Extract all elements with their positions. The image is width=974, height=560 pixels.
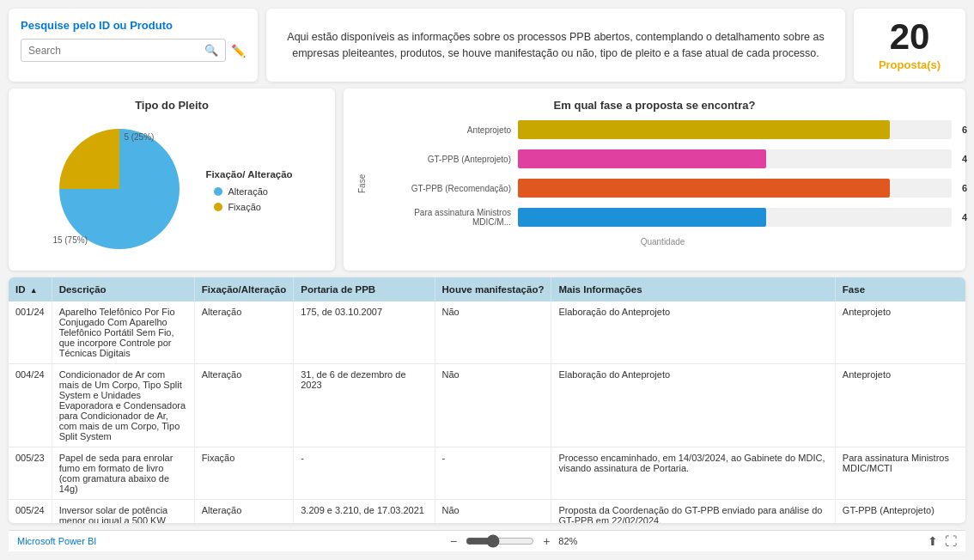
table-cell: Processo encaminhado, em 14/03/2024, ao … (551, 447, 835, 500)
table-cell: Anteprojeto (835, 301, 965, 364)
table-cell: - (435, 447, 551, 500)
data-table: ID ▲ Descrição Fixação/Alteração Portari… (9, 277, 965, 523)
search-input-wrapper[interactable]: 🔍 (21, 39, 226, 62)
table-cell: Elaboração do Anteprojeto (551, 301, 835, 364)
search-input[interactable] (28, 45, 204, 57)
table-cell: Inversor solar de potência menor ou igua… (52, 500, 194, 524)
legend-dot-fixacao (214, 203, 222, 211)
legend-dot-alteracao (214, 187, 222, 196)
table-cell: Não (435, 301, 551, 364)
table-cell: 005/23 (9, 447, 52, 500)
pie-legend: Alteração Fixação (214, 186, 292, 212)
bar-fill-3: 6 (518, 179, 890, 198)
bar-value-3: 6 (962, 183, 967, 193)
description-text: Aqui estão disponíveis as informações so… (283, 29, 828, 62)
col-header-manifestacao: Houve manifestação? (435, 277, 551, 301)
col-header-mais-info: Mais Informações (551, 277, 835, 301)
bar-row-assinatura: Para assinatura Ministros MDIC/M... 4 (374, 208, 952, 227)
bar-fill-1: 6 (518, 120, 890, 139)
zoom-controls: − + 82% (447, 534, 577, 548)
col-header-fase: Fase (835, 277, 965, 301)
bar-chart-panel: Em qual fase a proposta se encontra? Fas… (344, 88, 965, 271)
fullscreen-icon[interactable]: ⛶ (945, 534, 957, 548)
table-cell: Proposta da Coordenação do GT-PPB enviad… (551, 500, 835, 524)
table-cell: Para assinatura Ministros MDIC/MCTI (835, 447, 965, 500)
table-cell: Elaboração do Anteprojeto (551, 364, 835, 447)
legend-label-fixacao: Fixação (228, 202, 261, 212)
table-cell: Não (435, 364, 551, 447)
bar-row-gtppb-rec: GT-PPB (Recomendação) 6 (374, 179, 952, 198)
bar-fill-2: 4 (518, 149, 766, 168)
bar-value-4: 4 (962, 212, 967, 222)
table-row[interactable]: 005/24Inversor solar de potência menor o… (9, 500, 965, 524)
table-cell: Alteração (194, 500, 293, 524)
bar-y-axis-label: Fase (357, 120, 367, 247)
bar-track-4: 4 (518, 208, 952, 227)
legend-title: Fixação/ Alteração (205, 169, 292, 180)
table-cell: Fixação (194, 447, 293, 500)
col-header-portaria: Portaria de PPB (294, 277, 435, 301)
search-panel: Pesquise pelo ID ou Produto 🔍 ✏️ (9, 9, 258, 82)
table-row[interactable]: 001/24Aparelho Telefônico Por Fio Conjug… (9, 301, 965, 364)
bar-row-anteprojeto: Anteprojeto 6 (374, 120, 952, 139)
bar-label-1: Anteprojeto (374, 125, 511, 135)
table-row[interactable]: 004/24Condicionador de Ar com mais de Um… (9, 364, 965, 447)
bottom-icons: ⬆ ⛶ (928, 534, 957, 548)
table-scroll[interactable]: ID ▲ Descrição Fixação/Alteração Portari… (9, 277, 965, 523)
bar-value-1: 6 (962, 125, 967, 135)
table-cell: - (294, 447, 435, 500)
pie-annotation-bottom: 15 (75%) (52, 235, 88, 245)
bar-label-4: Para assinatura Ministros MDIC/M... (374, 208, 511, 227)
table-header: ID ▲ Descrição Fixação/Alteração Portari… (9, 277, 965, 301)
proposal-label: Proposta(s) (879, 58, 941, 71)
pie-chart-panel: Tipo do Pleito 5 (25%) 15 (75%) (9, 88, 335, 271)
proposal-count: 20 (890, 19, 930, 55)
zoom-value: 82% (558, 536, 577, 546)
table-body: 001/24Aparelho Telefônico Por Fio Conjug… (9, 301, 965, 523)
legend-item-fixacao: Fixação (214, 202, 292, 212)
table-cell: 3.209 e 3.210, de 17.03.2021 (294, 500, 435, 524)
table-cell: Papel de seda para enrolar fumo em forma… (52, 447, 194, 500)
table-cell: Condicionador de Ar com mais de Um Corpo… (52, 364, 194, 447)
search-icon: 🔍 (204, 44, 218, 57)
legend-item-alteracao: Alteração (214, 186, 292, 197)
bar-track-3: 6 (518, 179, 952, 198)
col-header-descricao: Descrição (52, 277, 194, 301)
sort-icon: ▲ (30, 286, 38, 295)
table-cell: Não (435, 500, 551, 524)
table-cell: 31, de 6 de dezembro de 2023 (294, 364, 435, 447)
bar-track-2: 4 (518, 149, 952, 168)
table-cell: 175, de 03.10.2007 (294, 301, 435, 364)
col-header-fixacao: Fixação/Alteração (194, 277, 293, 301)
search-label: Pesquise pelo ID ou Produto (21, 19, 246, 32)
description-panel: Aqui estão disponíveis as informações so… (266, 9, 845, 82)
table-cell: Anteprojeto (835, 364, 965, 447)
zoom-plus-button[interactable]: + (539, 534, 553, 548)
pie-chart-title: Tipo do Pleito (21, 99, 323, 112)
table-cell: 001/24 (9, 301, 52, 364)
col-header-id[interactable]: ID ▲ (9, 277, 52, 301)
bar-chart-title: Em qual fase a proposta se encontra? (357, 99, 952, 112)
count-panel: 20 Proposta(s) (854, 9, 965, 82)
table-cell: Alteração (194, 301, 293, 364)
bar-track-1: 6 (518, 120, 952, 139)
bar-fill-4: 4 (518, 208, 766, 227)
table-panel: ID ▲ Descrição Fixação/Alteração Portari… (9, 277, 965, 523)
bar-label-2: GT-PPB (Anteprojeto) (374, 155, 511, 164)
bar-chart-container: Fase Anteprojeto 6 GT-PPB (Anteprojeto) (357, 120, 952, 247)
zoom-slider[interactable] (466, 534, 534, 548)
table-cell: 004/24 (9, 364, 52, 447)
table-cell: 005/24 (9, 500, 52, 524)
table-row[interactable]: 005/23Papel de seda para enrolar fumo em… (9, 447, 965, 500)
table-cell: GT-PPB (Anteprojeto) (835, 500, 965, 524)
table-cell: Aparelho Telefônico Por Fio Conjugado Co… (52, 301, 194, 364)
powerbi-link[interactable]: Microsoft Power BI (17, 536, 96, 546)
pie-annotation-top: 5 (25%) (124, 132, 154, 142)
share-icon[interactable]: ⬆ (928, 534, 938, 548)
bottom-bar: Microsoft Power BI − + 82% ⬆ ⛶ (9, 530, 965, 551)
edit-icon[interactable]: ✏️ (231, 44, 246, 58)
zoom-minus-button[interactable]: − (447, 534, 460, 548)
bar-x-axis-label: Quantidade (374, 237, 952, 247)
legend-label-alteracao: Alteração (228, 186, 267, 197)
bar-label-3: GT-PPB (Recomendação) (374, 184, 511, 193)
